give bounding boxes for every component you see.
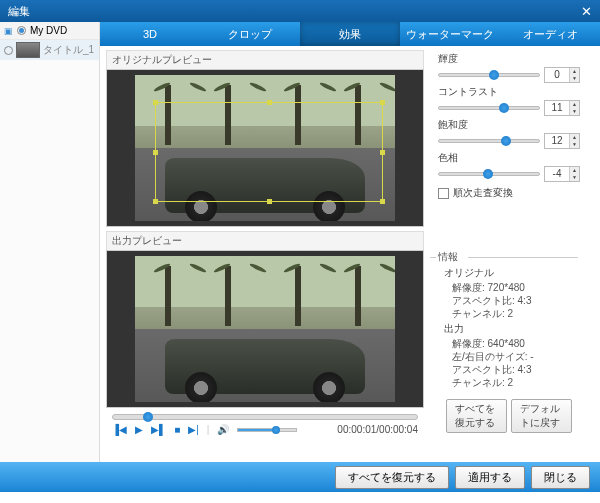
play-icon[interactable]: ▶: [135, 424, 143, 435]
hue-spinner[interactable]: -4▲▼: [544, 166, 580, 182]
sidebar: ▣ My DVD タイトル_1: [0, 22, 100, 462]
info-original-heading: オリジナル: [444, 266, 580, 280]
output-preview-label: 出力プレビュー: [106, 231, 424, 250]
next-icon[interactable]: ▶▌: [151, 424, 166, 435]
deinterlace-label: 順次走査変換: [453, 186, 513, 200]
tab-watermark[interactable]: ウォーターマーク: [400, 22, 500, 46]
timecode: 00:00:01/00:00:04: [337, 424, 418, 435]
output-preview: [106, 250, 424, 408]
stop-icon[interactable]: ■: [174, 424, 180, 435]
volume-icon[interactable]: 🔊: [217, 424, 229, 435]
tab-crop[interactable]: クロップ: [200, 22, 300, 46]
window-title: 編集: [8, 4, 30, 19]
contrast-slider[interactable]: [438, 106, 540, 110]
original-preview: [106, 69, 424, 227]
saturation-spinner[interactable]: 12▲▼: [544, 133, 580, 149]
contrast-spinner[interactable]: 11▲▼: [544, 100, 580, 116]
info-line: チャンネル: 2: [452, 307, 580, 320]
sidebar-root[interactable]: ▣ My DVD: [0, 22, 99, 40]
brightness-slider[interactable]: [438, 73, 540, 77]
volume-slider[interactable]: [237, 428, 297, 432]
footer-apply-button[interactable]: 適用する: [455, 466, 525, 489]
info-line: アスペクト比: 4:3: [452, 294, 580, 307]
info-line: アスペクト比: 4:3: [452, 363, 580, 376]
seek-slider[interactable]: [112, 414, 418, 420]
sidebar-root-label: My DVD: [30, 25, 67, 36]
footer: すべてを復元する 適用する 閉じる: [0, 462, 600, 492]
saturation-label: 飽和度: [438, 118, 580, 132]
original-preview-label: オリジナルプレビュー: [106, 50, 424, 69]
info-line: 解像度: 640*480: [452, 337, 580, 350]
footer-restore-all-button[interactable]: すべてを復元する: [335, 466, 449, 489]
tab-effect[interactable]: 効果: [300, 22, 400, 46]
brightness-label: 輝度: [438, 52, 580, 66]
tab-bar: 3D クロップ 効果 ウォーターマーク オーディオ: [100, 22, 600, 46]
sidebar-item-label: タイトル_1: [43, 43, 94, 57]
thumbnail-icon: [16, 42, 40, 58]
step-icon[interactable]: ▶|: [188, 424, 199, 435]
tab-3d[interactable]: 3D: [100, 22, 200, 46]
effect-controls: 輝度 0▲▼ コントラスト 11▲▼ 飽和度: [430, 46, 588, 462]
close-icon[interactable]: ✕: [581, 4, 592, 19]
radio-icon[interactable]: [17, 26, 26, 35]
prev-icon[interactable]: ▐◀: [112, 424, 127, 435]
sidebar-item-title1[interactable]: タイトル_1: [0, 40, 99, 60]
info-heading: 情報: [438, 250, 580, 264]
restore-all-button[interactable]: すべてを復元する: [446, 399, 507, 433]
radio-icon[interactable]: [4, 46, 13, 55]
titlebar: 編集 ✕: [0, 0, 600, 22]
tab-audio[interactable]: オーディオ: [500, 22, 600, 46]
saturation-slider[interactable]: [438, 139, 540, 143]
hue-label: 色相: [438, 151, 580, 165]
brightness-spinner[interactable]: 0▲▼: [544, 67, 580, 83]
default-button[interactable]: デフォルトに戻す: [511, 399, 572, 433]
hue-slider[interactable]: [438, 172, 540, 176]
expand-icon[interactable]: ▣: [4, 26, 13, 36]
crop-rectangle[interactable]: [155, 102, 383, 202]
info-line: チャンネル: 2: [452, 376, 580, 389]
deinterlace-checkbox[interactable]: [438, 188, 449, 199]
info-line: 左/右目のサイズ: -: [452, 350, 580, 363]
contrast-label: コントラスト: [438, 85, 580, 99]
info-line: 解像度: 720*480: [452, 281, 580, 294]
footer-close-button[interactable]: 閉じる: [531, 466, 590, 489]
info-output-heading: 出力: [444, 322, 580, 336]
